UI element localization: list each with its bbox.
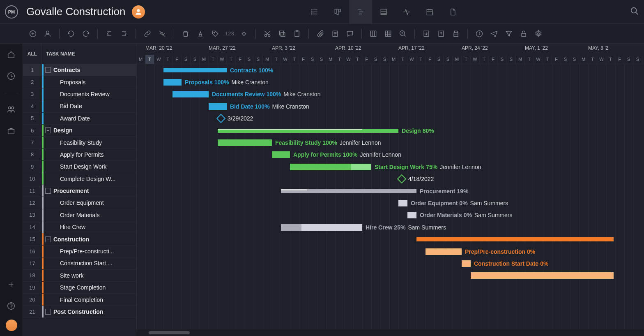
column-task-name[interactable]: TASK NAME <box>42 44 136 64</box>
tag-icon[interactable] <box>210 29 220 39</box>
gantt-bar[interactable] <box>471 270 617 282</box>
gantt-bar[interactable]: Hire Crew25%Sam Summers <box>281 221 446 233</box>
task-name: Proposals <box>60 79 136 86</box>
cut-icon[interactable] <box>262 29 272 39</box>
columns-icon[interactable] <box>368 29 378 39</box>
lock-icon[interactable] <box>519 29 529 39</box>
task-row[interactable]: 9Start Design Work <box>23 161 136 173</box>
assign-icon[interactable] <box>43 29 53 39</box>
task-row[interactable]: 20Final Completion <box>23 294 136 306</box>
gantt-bar[interactable]: Feasibility Study100%Jennifer Lennon <box>218 137 381 148</box>
view-gantt-icon[interactable] <box>349 0 372 24</box>
gantt-bar[interactable]: Contracts100% <box>163 64 273 76</box>
help-icon[interactable] <box>7 301 16 311</box>
home-icon[interactable] <box>7 50 16 60</box>
diamond-icon[interactable] <box>239 29 249 39</box>
people-icon[interactable] <box>7 105 16 115</box>
view-sheet-icon[interactable] <box>372 0 395 24</box>
gantt-bar[interactable]: 3/29/2022 <box>218 113 253 125</box>
task-row[interactable]: 7Feasibility Study <box>23 137 136 148</box>
task-name: Documents Review <box>60 91 136 97</box>
task-row[interactable]: 4Bid Date <box>23 100 136 112</box>
copy-icon[interactable] <box>277 29 287 39</box>
day-label: W <box>218 55 227 64</box>
gear-icon[interactable] <box>534 29 543 39</box>
gantt-bar[interactable]: Bid Date100%Mike Cranston <box>209 100 309 112</box>
gantt-bar[interactable]: Order Materials0%Sam Summers <box>407 209 513 221</box>
unlink-icon[interactable] <box>157 29 167 39</box>
indent-icon[interactable] <box>119 29 129 39</box>
outdent-icon[interactable] <box>104 29 114 39</box>
text-color-icon[interactable] <box>196 29 205 39</box>
avatar[interactable] <box>132 5 145 19</box>
user-avatar[interactable] <box>6 320 17 331</box>
column-all[interactable]: ALL <box>23 44 42 64</box>
gantt-bar[interactable]: Construction Start Date0% <box>462 257 548 269</box>
collapse-icon[interactable]: − <box>45 127 51 133</box>
gantt-bar[interactable]: Procurement19% <box>281 185 468 197</box>
task-row[interactable]: 16Prep/Pre-constructi... <box>23 246 136 257</box>
task-row[interactable]: 13Order Materials <box>23 209 136 221</box>
plus-icon[interactable] <box>7 280 16 290</box>
task-row[interactable]: 1−Contracts <box>23 64 136 76</box>
delete-icon[interactable] <box>181 29 191 39</box>
task-row[interactable]: 17Construction Start ... <box>23 257 136 269</box>
collapse-icon[interactable]: − <box>45 67 51 73</box>
gantt-bar[interactable]: Order Equipment0%Sam Summers <box>398 197 508 209</box>
gantt-bar[interactable]: 4/18/2022 <box>398 173 434 185</box>
briefcase-icon[interactable] <box>7 126 16 136</box>
task-row[interactable]: 11−Procurement <box>23 185 136 197</box>
task-row[interactable]: 19Stage Completion <box>23 282 136 294</box>
horizontal-scrollbar[interactable] <box>136 329 644 336</box>
note-icon[interactable] <box>330 29 340 39</box>
task-row[interactable]: 14Hire Crew <box>23 221 136 233</box>
task-row[interactable]: 5Award Date <box>23 113 136 125</box>
add-icon[interactable] <box>28 29 38 39</box>
undo-icon[interactable] <box>66 29 76 39</box>
scrollbar-thumb[interactable] <box>149 331 190 334</box>
gantt-bar[interactable]: Design80% <box>218 125 434 137</box>
gantt-bar[interactable]: Documents Review100%Mike Cranston <box>172 88 320 100</box>
collapse-icon[interactable]: − <box>45 309 51 315</box>
task-row[interactable]: 21−Post Construction <box>23 306 136 318</box>
gantt-chart: MAR, 20 '22MAR, 27 '22APR, 3 '22APR, 10 … <box>136 44 644 336</box>
info-icon[interactable] <box>474 29 484 39</box>
collapse-icon[interactable]: − <box>45 236 51 242</box>
link-icon[interactable] <box>143 29 152 39</box>
clock-icon[interactable] <box>7 72 16 81</box>
search-icon[interactable] <box>630 7 639 17</box>
task-row[interactable]: 18Site work <box>23 270 136 282</box>
task-row[interactable]: 12Order Equipment <box>23 197 136 209</box>
import-icon[interactable] <box>421 29 431 39</box>
zoom-icon[interactable] <box>398 29 408 39</box>
collapse-icon[interactable]: − <box>45 188 51 194</box>
view-calendar-icon[interactable] <box>418 0 441 24</box>
send-icon[interactable] <box>489 29 499 39</box>
paste-icon[interactable] <box>292 29 302 39</box>
comment-icon[interactable] <box>345 29 355 39</box>
grid-icon[interactable] <box>383 29 393 39</box>
view-list-icon[interactable] <box>303 0 326 24</box>
gantt-bar[interactable]: Apply for Permits100%Jennifer Lennon <box>272 149 401 161</box>
filter-icon[interactable] <box>504 29 514 39</box>
gantt-body[interactable]: Contracts100%Proposals100%Mike CranstonD… <box>136 64 644 329</box>
view-board-icon[interactable] <box>326 0 349 24</box>
gantt-bar[interactable]: Proposals100%Mike Cranston <box>163 76 269 88</box>
gantt-bar[interactable]: Start Design Work75%Jennifer Lennon <box>290 161 481 173</box>
task-row[interactable]: 10Complete Design W... <box>23 173 136 185</box>
view-file-icon[interactable] <box>441 0 464 24</box>
task-row[interactable]: 2Proposals <box>23 76 136 88</box>
task-row[interactable]: 6−Design <box>23 125 136 137</box>
attachment-icon[interactable] <box>315 29 325 39</box>
view-activity-icon[interactable] <box>395 0 418 24</box>
print-icon[interactable] <box>451 29 461 39</box>
gantt-bar[interactable]: Prep/Pre-construction0% <box>426 246 535 257</box>
export-icon[interactable] <box>436 29 446 39</box>
week-label: APR, 24 '22 <box>462 45 488 51</box>
redo-icon[interactable] <box>81 29 91 39</box>
task-row[interactable]: 15−Construction <box>23 233 136 245</box>
app-logo[interactable]: PM <box>5 5 18 19</box>
gantt-bar[interactable] <box>416 234 617 246</box>
task-row[interactable]: 8Apply for Permits <box>23 149 136 161</box>
task-row[interactable]: 3Documents Review <box>23 88 136 100</box>
